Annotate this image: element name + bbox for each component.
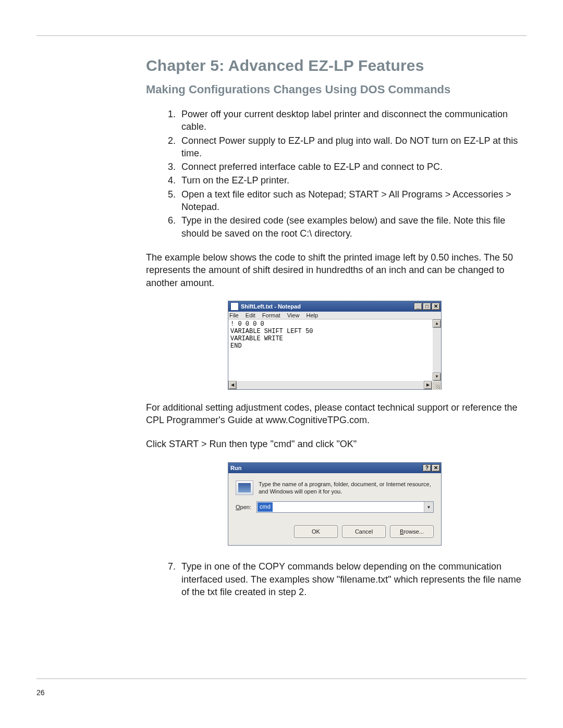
horizontal-scrollbar[interactable]: ◀ ▶: [228, 381, 441, 389]
step-item: Power off your current desktop label pri…: [178, 108, 523, 133]
notepad-title: ShiftLeft.txt - Notepad: [241, 303, 301, 310]
bottom-rule: [36, 678, 527, 679]
close-button[interactable]: ✕: [432, 303, 440, 310]
scroll-left-icon[interactable]: ◀: [228, 381, 237, 389]
vertical-scrollbar[interactable]: ▲ ▼: [433, 319, 441, 381]
run-body: Type the name of a program, folder, docu…: [228, 473, 441, 498]
step-item: Connect preferred interface cable to EZ-…: [178, 161, 523, 173]
notepad-icon: [230, 302, 239, 311]
content-column: Chapter 5: Advanced EZ-LP Features Makin…: [36, 57, 527, 598]
run-dialog: Run ? ✕ Type the name of a program, fold…: [228, 462, 442, 546]
run-button-row: OK Cancel Browse...: [228, 513, 441, 545]
run-combobox[interactable]: cmd ▼: [256, 501, 434, 513]
run-title: Run: [230, 465, 241, 471]
step-item: Type in one of the COPY commands below d…: [178, 560, 523, 598]
paragraph-run: Click START > Run then type "cmd" and cl…: [146, 438, 523, 450]
paragraph-additional: For additional setting adjustment codes,…: [146, 401, 523, 427]
notepad-window: ShiftLeft.txt - Notepad _ □ ✕ File Edit …: [228, 301, 442, 390]
notepad-titlebar: ShiftLeft.txt - Notepad _ □ ✕: [228, 301, 441, 312]
run-icon: [236, 480, 253, 495]
minimize-button[interactable]: _: [414, 303, 422, 310]
scroll-up-icon[interactable]: ▲: [433, 319, 441, 328]
notepad-body: ! 0 0 0 0 VARIABLE SHIFT LEFT 50 VARIABL…: [228, 319, 441, 381]
menu-help[interactable]: Help: [306, 312, 318, 318]
step-item: Type in the desired code (see examples b…: [178, 214, 523, 240]
run-open-row: Open: cmd ▼: [228, 497, 441, 513]
close-button[interactable]: ✕: [432, 464, 440, 472]
help-button[interactable]: ?: [423, 464, 431, 472]
menu-file[interactable]: File: [229, 312, 239, 318]
scroll-right-icon[interactable]: ▶: [424, 381, 432, 389]
browse-button[interactable]: Browse...: [390, 525, 434, 538]
footer: 26: [36, 678, 527, 697]
steps-list-second: Type in one of the COPY commands below d…: [146, 560, 523, 598]
chevron-down-icon[interactable]: ▼: [424, 502, 433, 512]
window-controls: _ □ ✕: [414, 303, 440, 310]
top-rule: [36, 35, 527, 36]
run-titlebar: Run ? ✕: [228, 463, 441, 473]
steps-list-first: Power off your current desktop label pri…: [146, 108, 523, 240]
run-open-label: Open:: [236, 504, 251, 510]
paragraph-example-intro: The example below shows the code to shif…: [146, 251, 523, 289]
menu-format[interactable]: Format: [262, 312, 280, 318]
step-item: Open a text file editor such as Notepad;…: [178, 188, 523, 214]
step-item: Turn on the EZ-LP printer.: [178, 174, 523, 187]
page: Chapter 5: Advanced EZ-LP Features Makin…: [0, 0, 563, 728]
notepad-menubar: File Edit Format View Help: [228, 312, 441, 319]
page-number: 26: [36, 688, 527, 697]
window-controls: ? ✕: [423, 464, 440, 472]
cancel-button[interactable]: Cancel: [342, 525, 386, 538]
step-item: Connect Power supply to EZ-LP and plug i…: [178, 134, 523, 160]
notepad-text[interactable]: ! 0 0 0 0 VARIABLE SHIFT LEFT 50 VARIABL…: [228, 319, 433, 381]
maximize-button[interactable]: □: [423, 303, 431, 310]
run-help-text: Type the name of a program, folder, docu…: [259, 480, 434, 496]
resize-grip-icon[interactable]: [432, 381, 441, 390]
run-combobox-value[interactable]: cmd: [258, 502, 273, 512]
section-title: Making Configurations Changes Using DOS …: [146, 83, 523, 96]
chapter-title: Chapter 5: Advanced EZ-LP Features: [146, 57, 523, 75]
scroll-down-icon[interactable]: ▼: [433, 373, 441, 381]
menu-edit[interactable]: Edit: [246, 312, 255, 318]
ok-button[interactable]: OK: [294, 525, 338, 538]
menu-view[interactable]: View: [287, 312, 300, 318]
